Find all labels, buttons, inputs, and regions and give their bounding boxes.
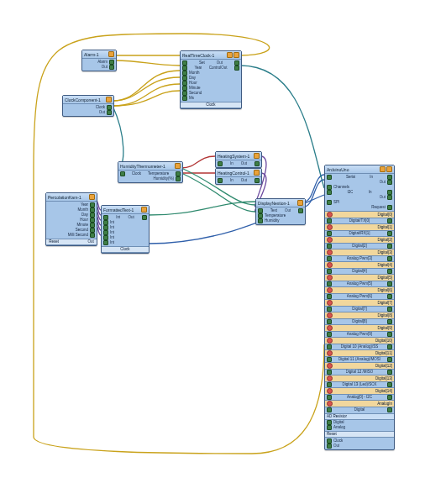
arduino-digital-header[interactable]: Digital[5] <box>325 274 394 281</box>
arduino-pin-row[interactable]: Digital[7] <box>325 307 394 312</box>
gear-icon[interactable] <box>141 207 147 213</box>
gear-icon[interactable] <box>106 97 112 102</box>
diagram-canvas[interactable]: Alarm-1 Alarm Out ClockComponent-1 Clock… <box>0 0 425 504</box>
arduino-tail: AD Resistor Digital Analog <box>325 412 394 431</box>
port[interactable]: Out <box>325 444 394 449</box>
gear-icon[interactable] <box>89 194 95 200</box>
arduino-info: SerialIn Out Channels I2CIn Out SPI Requ… <box>325 174 394 211</box>
gear-icon[interactable] <box>380 166 386 172</box>
port[interactable]: InOut <box>216 178 261 183</box>
gear-icon[interactable] <box>254 170 260 176</box>
arduino-digital-header[interactable]: Digital[3] <box>325 249 394 256</box>
warning-icon <box>327 388 333 394</box>
gear-icon[interactable] <box>297 200 303 206</box>
arduino-digital-header[interactable]: Digital[4] <box>325 261 394 269</box>
node-title: DisplayNextion-1 <box>256 199 305 207</box>
port-out[interactable]: Out <box>82 65 116 70</box>
arduino-digital-header[interactable]: Digital[0] <box>325 211 394 218</box>
arduino-pin-row[interactable]: Digital 11 (Analog)/MOSI <box>325 357 394 362</box>
warning-icon <box>327 237 333 243</box>
node-title: HeatingControl-1 <box>216 169 261 177</box>
arduino-digital-header[interactable]: Digital[14] <box>325 387 394 395</box>
node-title: Alarm-1 <box>82 50 116 59</box>
arduino-pin-row[interactable]: Digital[2] <box>325 244 394 249</box>
arduino-digital-header[interactable]: Digital[9] <box>325 324 394 332</box>
warning-icon <box>327 224 333 230</box>
gear-icon[interactable] <box>254 153 260 159</box>
arduino-pin-row[interactable]: Digital 13 (Led)/SCK <box>325 382 394 387</box>
node-title: HumidityThermometer-1 <box>118 162 182 171</box>
node-display-nextion[interactable]: DisplayNextion-1 TextOut Temperature Hum… <box>255 198 306 225</box>
arduino-digital-header[interactable]: Digital[2] <box>325 236 394 244</box>
port-out[interactable]: Out <box>63 110 113 115</box>
gear-icon[interactable] <box>175 163 181 169</box>
arduino-pin-row[interactable]: Analog Pwm[5] <box>325 281 394 286</box>
port[interactable]: Milli Second <box>46 233 97 238</box>
arduino-pin-row[interactable]: Digital/TX[0] <box>325 218 394 223</box>
arduino-digital-header[interactable]: Digital[1] <box>325 223 394 231</box>
node-humidity-thermometer[interactable]: HumidityThermometer-1 ClockTemperature H… <box>118 161 183 183</box>
arduino-pin-row[interactable]: Digital/RX[1] <box>325 231 394 236</box>
arduino-digital-header[interactable]: Digital[13] <box>325 375 394 382</box>
node-title: PercolationKam-1 <box>46 193 97 202</box>
port[interactable]: InOut <box>216 161 261 166</box>
node-real-time-clock[interactable]: RealTimeClock-1 SetOut YearControlOut Mo… <box>180 50 242 109</box>
node-footer: Reset Out <box>46 239 97 245</box>
node-title: RealTimeClock-1 <box>181 51 241 60</box>
node-heating-control[interactable]: HeatingControl-1 InOut <box>215 168 262 185</box>
node-clock-component[interactable]: ClockComponent-1 Clock Out <box>62 95 114 117</box>
node-arduino[interactable]: ArduinoUno SerialIn Out Channels I2CIn O… <box>324 165 395 450</box>
warning-icon <box>327 249 333 255</box>
arduino-pin-row[interactable]: Analog Pwm[3] <box>325 256 394 261</box>
warning-icon <box>327 262 333 268</box>
port[interactable]: Humidity <box>256 218 305 223</box>
port[interactable]: Int <box>102 240 149 245</box>
warning-icon <box>327 312 333 318</box>
arduino-digital-header[interactable]: Digital[10] <box>325 337 394 344</box>
warning-icon <box>327 338 333 344</box>
arduino-digital-header[interactable]: AnalogIn <box>325 400 394 407</box>
warning-icon <box>327 287 333 293</box>
arduino-bottom-group: Reset <box>325 431 394 438</box>
warning-icon <box>327 212 333 218</box>
node-title: HeatingSystem-1 <box>216 152 261 160</box>
arduino-digital-header[interactable]: Digital[11] <box>325 349 394 357</box>
arduino-pin-row[interactable]: Digital 12 /MISO <box>325 370 394 375</box>
arduino-pin-row[interactable]: Analog Pwm[6] <box>325 294 394 299</box>
arduino-digital-header[interactable]: Digital[7] <box>325 299 394 307</box>
arduino-pin-row[interactable]: Digital[8] <box>325 319 394 324</box>
node-percolation-kam[interactable]: PercolationKam-1 Year Month Day Hour Min… <box>45 192 97 246</box>
warning-icon <box>327 300 333 306</box>
arduino-pin-row[interactable]: Analog[0] - I2C <box>325 395 394 400</box>
node-title: ArduinoUno <box>325 165 394 174</box>
gear-icon[interactable] <box>108 51 114 57</box>
tail-row: AD Resistor <box>325 413 394 420</box>
port[interactable]: Humidity(%) <box>118 176 182 181</box>
node-title: FormattedText-1 <box>102 206 149 214</box>
arduino-pin-row[interactable]: Digital 10 (Analog)/SS <box>325 344 394 349</box>
warning-icon <box>327 325 333 331</box>
arduino-digital-header[interactable]: Digital[8] <box>325 312 394 319</box>
warning-icon <box>327 375 333 381</box>
node-footer: Clock <box>181 102 241 108</box>
node-title: ClockComponent-1 <box>63 96 113 104</box>
pin-icon[interactable] <box>233 52 239 58</box>
warning-icon <box>327 275 333 281</box>
gear-icon[interactable] <box>227 52 233 58</box>
warning-icon <box>327 350 333 356</box>
node-footer: Clock <box>102 246 149 253</box>
arduino-pin-row[interactable]: Digital <box>325 407 394 412</box>
node-formatted-text[interactable]: FormattedText-1 IntOut Int Int Int Int I… <box>101 205 150 254</box>
node-alarm[interactable]: Alarm-1 Alarm Out <box>81 50 117 71</box>
arduino-pin-row[interactable]: Digital[4] <box>325 269 394 274</box>
arduino-digital-header[interactable]: Digital[12] <box>325 362 394 370</box>
warning-icon <box>327 363 333 369</box>
arduino-pin-row[interactable]: Analog Pwm[9] <box>325 332 394 337</box>
pin-icon[interactable] <box>386 166 392 172</box>
port[interactable]: Ms <box>181 96 241 101</box>
arduino-digital-header[interactable]: Digital[6] <box>325 286 394 294</box>
warning-icon <box>327 401 333 407</box>
node-heating-system[interactable]: HeatingSystem-1 InOut <box>215 151 262 168</box>
